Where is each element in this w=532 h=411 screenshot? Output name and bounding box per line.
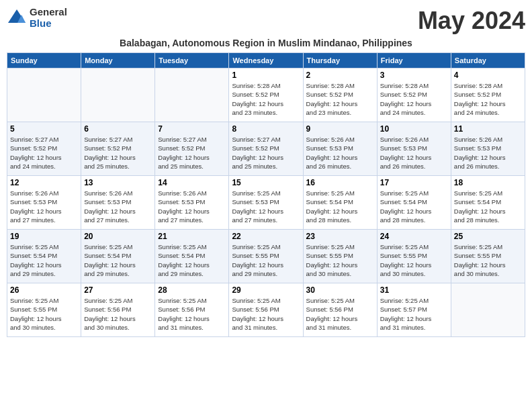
calendar-cell: 21Sunrise: 5:25 AMSunset: 5:54 PMDayligh…: [155, 230, 229, 283]
day-info: Sunrise: 5:26 AMSunset: 5:53 PMDaylight:…: [158, 189, 226, 224]
logo-blue: Blue: [30, 18, 67, 30]
day-info: Sunrise: 5:25 AMSunset: 5:55 PMDaylight:…: [380, 242, 448, 278]
day-info: Sunrise: 5:26 AMSunset: 5:53 PMDaylight:…: [306, 135, 374, 171]
week-row-3: 12Sunrise: 5:26 AMSunset: 5:53 PMDayligh…: [7, 176, 525, 230]
week-row-1: 1Sunrise: 5:28 AMSunset: 5:52 PMDaylight…: [7, 68, 525, 122]
calendar-cell: 14Sunrise: 5:26 AMSunset: 5:53 PMDayligh…: [155, 176, 229, 230]
day-number: 1: [232, 71, 300, 80]
calendar-cell: 3Sunrise: 5:28 AMSunset: 5:52 PMDaylight…: [377, 68, 451, 122]
col-wednesday: Wednesday: [229, 53, 303, 68]
day-number: 7: [158, 124, 226, 134]
calendar-cell: 12Sunrise: 5:26 AMSunset: 5:53 PMDayligh…: [7, 176, 81, 230]
day-number: 4: [454, 71, 522, 80]
header: General Blue May 2024: [7, 7, 525, 35]
day-info: Sunrise: 5:25 AMSunset: 5:54 PMDaylight:…: [454, 189, 522, 224]
day-info: Sunrise: 5:27 AMSunset: 5:52 PMDaylight:…: [10, 135, 78, 171]
calendar-cell: 22Sunrise: 5:25 AMSunset: 5:55 PMDayligh…: [229, 230, 303, 283]
calendar-cell: 17Sunrise: 5:25 AMSunset: 5:54 PMDayligh…: [377, 176, 451, 230]
day-info: Sunrise: 5:25 AMSunset: 5:55 PMDaylight:…: [306, 242, 374, 278]
day-info: Sunrise: 5:28 AMSunset: 5:52 PMDaylight:…: [232, 81, 300, 117]
header-row: Sunday Monday Tuesday Wednesday Thursday…: [7, 53, 525, 68]
calendar-cell: 26Sunrise: 5:25 AMSunset: 5:55 PMDayligh…: [7, 283, 81, 337]
calendar-header: Sunday Monday Tuesday Wednesday Thursday…: [7, 53, 525, 68]
calendar-cell: 19Sunrise: 5:25 AMSunset: 5:54 PMDayligh…: [7, 230, 81, 283]
logo: General Blue: [7, 7, 67, 29]
day-info: Sunrise: 5:26 AMSunset: 5:53 PMDaylight:…: [380, 135, 448, 171]
day-info: Sunrise: 5:25 AMSunset: 5:54 PMDaylight:…: [10, 242, 78, 278]
day-info: Sunrise: 5:26 AMSunset: 5:53 PMDaylight:…: [454, 135, 522, 171]
calendar-cell: 11Sunrise: 5:26 AMSunset: 5:53 PMDayligh…: [451, 122, 525, 176]
calendar-cell: 10Sunrise: 5:26 AMSunset: 5:53 PMDayligh…: [377, 122, 451, 176]
day-info: Sunrise: 5:28 AMSunset: 5:52 PMDaylight:…: [380, 81, 448, 117]
calendar-body: 1Sunrise: 5:28 AMSunset: 5:52 PMDaylight…: [7, 68, 525, 337]
col-tuesday: Tuesday: [155, 53, 229, 68]
day-number: 30: [306, 285, 374, 295]
day-number: 18: [454, 178, 522, 187]
day-number: 28: [158, 285, 226, 295]
month-title: May 2024: [418, 7, 525, 35]
calendar-cell: [451, 283, 525, 337]
calendar-cell: 4Sunrise: 5:28 AMSunset: 5:52 PMDaylight…: [451, 68, 525, 122]
day-number: 21: [158, 232, 226, 241]
day-info: Sunrise: 5:26 AMSunset: 5:53 PMDaylight:…: [10, 189, 78, 224]
col-friday: Friday: [377, 53, 451, 68]
day-number: 14: [158, 178, 226, 187]
day-number: 20: [84, 232, 152, 241]
day-number: 6: [84, 124, 152, 134]
day-number: 10: [380, 124, 448, 134]
calendar-table: Sunday Monday Tuesday Wednesday Thursday…: [7, 52, 525, 337]
subtitle: Balabagan, Autonomous Region in Muslim M…: [7, 38, 525, 48]
calendar-cell: 6Sunrise: 5:27 AMSunset: 5:52 PMDaylight…: [81, 122, 155, 176]
calendar-cell: 16Sunrise: 5:25 AMSunset: 5:54 PMDayligh…: [303, 176, 377, 230]
day-info: Sunrise: 5:25 AMSunset: 5:55 PMDaylight:…: [10, 296, 78, 332]
calendar-cell: [7, 68, 81, 122]
week-row-2: 5Sunrise: 5:27 AMSunset: 5:52 PMDaylight…: [7, 122, 525, 176]
logo-general: General: [30, 7, 67, 18]
day-info: Sunrise: 5:25 AMSunset: 5:56 PMDaylight:…: [306, 296, 374, 332]
calendar-cell: 25Sunrise: 5:25 AMSunset: 5:55 PMDayligh…: [451, 230, 525, 283]
day-number: 8: [232, 124, 300, 134]
day-number: 11: [454, 124, 522, 134]
day-number: 19: [10, 232, 78, 241]
day-number: 15: [232, 178, 300, 187]
calendar-cell: 23Sunrise: 5:25 AMSunset: 5:55 PMDayligh…: [303, 230, 377, 283]
day-number: 13: [84, 178, 152, 187]
day-number: 5: [10, 124, 78, 134]
week-row-5: 26Sunrise: 5:25 AMSunset: 5:55 PMDayligh…: [7, 283, 525, 337]
col-thursday: Thursday: [303, 53, 377, 68]
day-info: Sunrise: 5:25 AMSunset: 5:56 PMDaylight:…: [232, 296, 300, 332]
calendar-cell: 20Sunrise: 5:25 AMSunset: 5:54 PMDayligh…: [81, 230, 155, 283]
day-info: Sunrise: 5:27 AMSunset: 5:52 PMDaylight:…: [84, 135, 152, 171]
calendar-cell: 9Sunrise: 5:26 AMSunset: 5:53 PMDaylight…: [303, 122, 377, 176]
calendar-cell: 30Sunrise: 5:25 AMSunset: 5:56 PMDayligh…: [303, 283, 377, 337]
day-number: 16: [306, 178, 374, 187]
calendar-cell: 15Sunrise: 5:25 AMSunset: 5:53 PMDayligh…: [229, 176, 303, 230]
calendar-cell: [155, 68, 229, 122]
page-container: General Blue May 2024 Balabagan, Autonom…: [7, 7, 525, 337]
day-number: 31: [380, 285, 448, 295]
calendar-cell: 31Sunrise: 5:25 AMSunset: 5:57 PMDayligh…: [377, 283, 451, 337]
day-number: 27: [84, 285, 152, 295]
col-saturday: Saturday: [451, 53, 525, 68]
col-sunday: Sunday: [7, 53, 81, 68]
day-number: 12: [10, 178, 78, 187]
day-info: Sunrise: 5:28 AMSunset: 5:52 PMDaylight:…: [306, 81, 374, 117]
calendar-cell: 1Sunrise: 5:28 AMSunset: 5:52 PMDaylight…: [229, 68, 303, 122]
col-monday: Monday: [81, 53, 155, 68]
calendar-cell: 2Sunrise: 5:28 AMSunset: 5:52 PMDaylight…: [303, 68, 377, 122]
calendar-cell: 5Sunrise: 5:27 AMSunset: 5:52 PMDaylight…: [7, 122, 81, 176]
logo-text: General Blue: [30, 7, 67, 29]
day-number: 22: [232, 232, 300, 241]
day-info: Sunrise: 5:25 AMSunset: 5:55 PMDaylight:…: [232, 242, 300, 278]
day-info: Sunrise: 5:25 AMSunset: 5:54 PMDaylight:…: [306, 189, 374, 224]
day-number: 23: [306, 232, 374, 241]
calendar-cell: 24Sunrise: 5:25 AMSunset: 5:55 PMDayligh…: [377, 230, 451, 283]
calendar-cell: 7Sunrise: 5:27 AMSunset: 5:52 PMDaylight…: [155, 122, 229, 176]
week-row-4: 19Sunrise: 5:25 AMSunset: 5:54 PMDayligh…: [7, 230, 525, 283]
day-number: 26: [10, 285, 78, 295]
calendar-cell: 18Sunrise: 5:25 AMSunset: 5:54 PMDayligh…: [451, 176, 525, 230]
day-info: Sunrise: 5:25 AMSunset: 5:57 PMDaylight:…: [380, 296, 448, 332]
day-number: 9: [306, 124, 374, 134]
day-info: Sunrise: 5:25 AMSunset: 5:55 PMDaylight:…: [454, 242, 522, 278]
calendar-cell: 27Sunrise: 5:25 AMSunset: 5:56 PMDayligh…: [81, 283, 155, 337]
